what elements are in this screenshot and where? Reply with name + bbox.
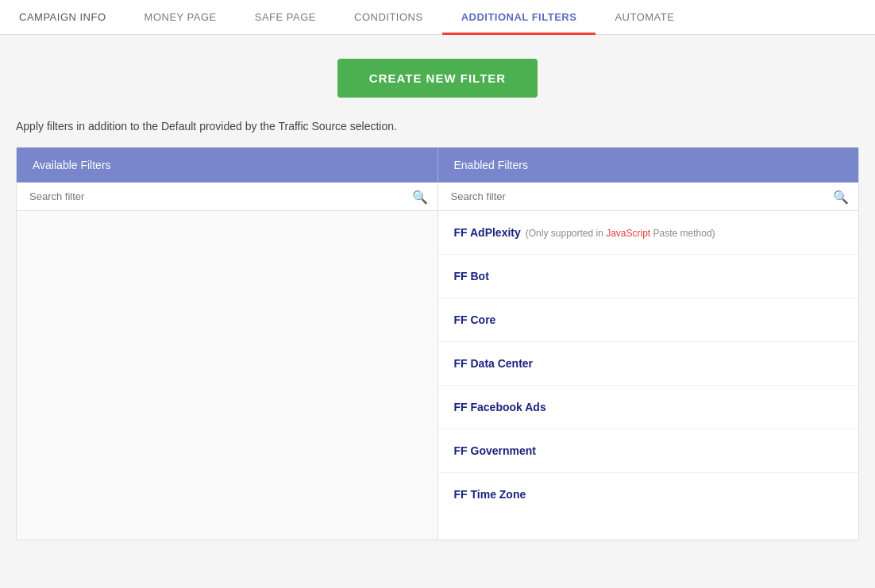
tab-navigation: CAMPAIGN INFO MONEY PAGE SAFE PAGE CONDI… <box>0 0 875 35</box>
available-filters-header: Available Filters <box>17 148 438 183</box>
filter-item[interactable]: FF Core <box>438 298 859 342</box>
filter-name: FF Time Zone <box>454 488 526 501</box>
filter-item[interactable]: FF Facebook Ads <box>438 386 859 429</box>
tab-automate[interactable]: AUTOMATE <box>596 0 693 34</box>
filter-item[interactable]: FF Data Center <box>438 342 859 386</box>
tab-money-page[interactable]: MONEY PAGE <box>125 0 236 34</box>
filters-container: Available Filters Enabled Filters 🔍 🔍 <box>16 147 859 540</box>
filter-name: FF Government <box>454 444 536 457</box>
available-search-wrapper: 🔍 <box>17 183 438 211</box>
enabled-search-input[interactable] <box>438 183 859 210</box>
tab-additional-filters[interactable]: ADDITIONAL FILTERS <box>442 0 596 34</box>
filter-item[interactable]: FF Government <box>438 429 859 473</box>
tab-conditions[interactable]: CONDITIONS <box>335 0 442 34</box>
filter-note: (Only supported in JavaScript Paste meth… <box>526 228 715 239</box>
main-content: CREATE NEW FILTER Apply filters in addit… <box>0 35 875 556</box>
enabled-filters-col: 🔍 FF AdPlexity(Only supported in JavaScr… <box>438 183 859 540</box>
tab-safe-page[interactable]: SAFE PAGE <box>236 0 335 34</box>
enabled-filter-list: FF AdPlexity(Only supported in JavaScrip… <box>438 211 859 516</box>
create-btn-wrapper: CREATE NEW FILTER <box>16 59 859 98</box>
tab-campaign-info[interactable]: CAMPAIGN INFO <box>0 0 125 34</box>
filter-name: FF Facebook Ads <box>454 401 546 413</box>
enabled-filters-header: Enabled Filters <box>438 148 859 183</box>
filters-header: Available Filters Enabled Filters <box>17 148 858 183</box>
description-text: Apply filters in addition to the Default… <box>16 120 859 133</box>
available-filters-col: 🔍 <box>17 183 438 540</box>
available-search-input[interactable] <box>17 183 438 210</box>
create-new-filter-button[interactable]: CREATE NEW FILTER <box>337 59 538 98</box>
filter-item[interactable]: FF AdPlexity(Only supported in JavaScrip… <box>438 211 859 255</box>
filter-item[interactable]: FF Bot <box>438 255 859 298</box>
filters-body: 🔍 🔍 FF AdPlexity(Only supported in JavaS… <box>17 183 858 540</box>
filter-name: FF Core <box>454 313 496 326</box>
filter-name: FF Data Center <box>454 357 534 370</box>
filter-name: FF AdPlexity <box>454 226 521 239</box>
filter-item[interactable]: FF Time Zone <box>438 473 859 516</box>
enabled-search-wrapper: 🔍 <box>438 183 859 211</box>
filter-name: FF Bot <box>454 270 489 282</box>
